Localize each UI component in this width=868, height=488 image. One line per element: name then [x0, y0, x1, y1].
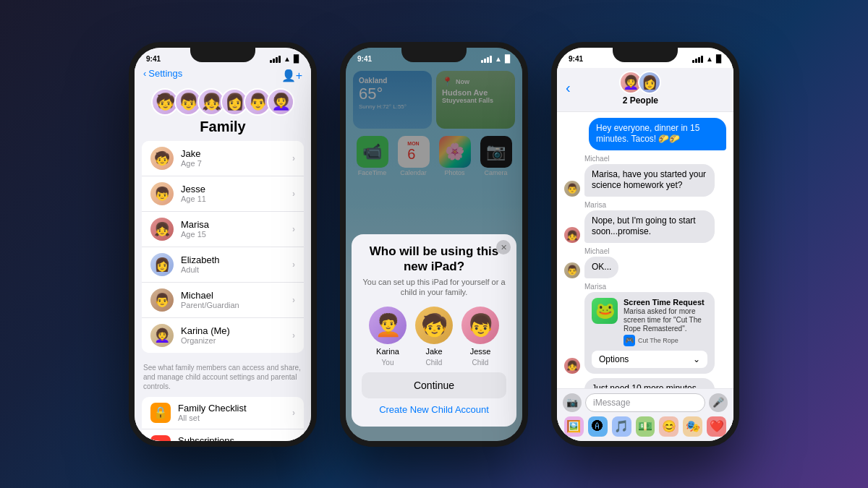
back-label: Settings [148, 68, 182, 79]
jake-modal-name: Jake [425, 347, 442, 356]
family-checklist-item[interactable]: 🔒 Family Checklist All set › [142, 397, 304, 429]
karina-chevron: › [292, 330, 295, 341]
messages-header: ‹ 👩‍🦱 👩 2 People [557, 68, 733, 112]
marisa-avatar-msg-2: 👧 [564, 358, 580, 374]
jake-modal-avatar: 🧒 [415, 307, 453, 344]
karina-role: Organizer [181, 336, 292, 345]
list-item-marisa[interactable]: 👧 Marisa Age 15 › [142, 212, 304, 247]
msg-bubble-michael-1: Marisa, have you started your science ho… [584, 164, 715, 197]
phone2-screen: 9:41 ▲ ▉ Oakland 65° Sunny H:72° L:55° [346, 48, 522, 441]
mic-icon[interactable]: 🎤 [709, 393, 728, 412]
jake-text: Jake Age 7 [181, 148, 292, 168]
subscriptions-text: Subscriptions 3 subscriptions [178, 435, 292, 441]
cut-rope-icon: 🎮 [624, 335, 635, 346]
modal-overlay: ✕ Who will be using this new iPad? You c… [346, 48, 522, 441]
drawer-photos-icon[interactable]: 🖼️ [564, 416, 584, 437]
back-chevron: ‹ [143, 68, 146, 79]
bottom-items-list: 🔒 Family Checklist All set › ♥ Subscript… [142, 397, 304, 441]
marisa-avatar-msg: 👧 [564, 227, 580, 243]
jesse-modal-role: Child [472, 359, 489, 367]
battery-icon: ▉ [294, 55, 299, 63]
karina-modal-name: Karina [376, 347, 399, 356]
msg-row-marisa-2: 👧 Just need 10 more minutes pleeeease 🙏🙏… [564, 378, 726, 388]
continue-button[interactable]: Continue [362, 372, 506, 398]
list-item-jake[interactable]: 🧒 Jake Age 7 › [142, 141, 304, 176]
battery-icon-3: ▉ [716, 55, 722, 63]
karina-text: Karina (Me) Organizer [181, 325, 292, 345]
subscriptions-item[interactable]: ♥ Subscriptions 3 subscriptions › [142, 429, 304, 441]
drawer-music-icon[interactable]: 🎵 [612, 416, 631, 437]
msg-row-michael-2: 👨 Michael OK... [564, 247, 726, 278]
modal-person-jesse[interactable]: 👦 Jesse Child [461, 307, 499, 367]
game-icon: 🐸 [592, 298, 618, 324]
drawer-animoji-icon[interactable]: 😊 [659, 416, 678, 437]
marisa-text: Marisa Age 15 [181, 219, 292, 239]
notch-3 [613, 48, 678, 62]
karina-modal-role: You [382, 359, 394, 367]
jesse-avatar: 👦 [150, 182, 174, 205]
jake-chevron: › [292, 153, 295, 163]
phone-family-settings: 9:41 ▲ ▉ ‹ Settings 👤+ [129, 42, 317, 447]
person-add-icon[interactable]: 👤+ [281, 69, 302, 82]
messages-back-button[interactable]: ‹ [566, 80, 571, 96]
drawer-sticker-icon[interactable]: 🎭 [683, 416, 702, 437]
michael-role: Parent/Guardian [181, 301, 292, 309]
drawer-apps-icon[interactable]: 🅐 [588, 416, 608, 437]
msg-row-screen-time: 👧 Marisa 🐸 Screen Time Request Marisa as… [564, 283, 726, 374]
status-icons-3: ▲ ▉ [692, 55, 722, 63]
michael-avatar-msg-2: 👨 [564, 262, 580, 278]
options-button[interactable]: Options ⌄ [592, 351, 707, 368]
modal-person-jake[interactable]: 🧒 Jake Child [415, 307, 453, 367]
list-item-karina[interactable]: 👩‍🦱 Karina (Me) Organizer › [142, 318, 304, 353]
marisa-sender-label-1: Marisa [584, 201, 715, 209]
family-members-list: 🧒 Jake Age 7 › 👦 Jesse Age 11 › 👧 Marisa [142, 141, 304, 353]
michael-text: Michael Parent/Guardian [181, 290, 292, 309]
ipad-setup-modal: ✕ Who will be using this new iPad? You c… [352, 234, 516, 426]
subscriptions-chevron: › [292, 440, 295, 441]
family-avatar-group: 🧒 👦 👧 👩 👨 👩‍🦱 [135, 88, 311, 116]
signal-icon [270, 56, 281, 63]
phone3-screen: 9:41 ▲ ▉ ‹ 👩‍🦱 👩 [557, 48, 733, 441]
status-time-3: 9:41 [569, 55, 583, 63]
jake-role: Age 7 [181, 159, 292, 168]
group-name: 2 People [623, 95, 658, 106]
jesse-role: Age 11 [181, 194, 292, 203]
jake-name: Jake [181, 148, 292, 159]
marisa-sender-label-2: Marisa [584, 283, 715, 291]
group-avatars: 👩‍🦱 👩 [619, 71, 661, 94]
marisa-avatar: 👧 [150, 218, 174, 241]
msg-bubble-group-michael-2: Michael OK... [584, 247, 618, 278]
modal-person-karina[interactable]: 🧑‍🦱 Karina You [369, 307, 407, 367]
messages-group-info: 👩‍🦱 👩 2 People [619, 71, 661, 106]
list-item-jesse[interactable]: 👦 Jesse Age 11 › [142, 176, 304, 212]
status-icons-1: ▲ ▉ [270, 55, 299, 63]
message-input[interactable]: iMessage [585, 393, 705, 412]
screen-time-card[interactable]: 🐸 Screen Time Request Marisa asked for m… [584, 292, 715, 374]
checklist-text: Family Checklist All set [178, 403, 292, 422]
list-item-michael[interactable]: 👨 Michael Parent/Guardian › [142, 283, 304, 318]
subscriptions-name: Subscriptions [178, 435, 292, 441]
family-note: See what family members can access and s… [135, 359, 311, 397]
notch [190, 48, 255, 62]
drawer-cash-icon[interactable]: 💵 [636, 416, 655, 437]
list-item-elizabeth[interactable]: 👩 Elizabeth Adult › [142, 247, 304, 283]
camera-input-icon[interactable]: 📷 [563, 393, 582, 412]
stc-app-row: 🎮 Cut The Rope [624, 335, 707, 346]
karina-avatar: 👩‍🦱 [150, 324, 174, 347]
messages-input-bar: 📷 iMessage 🎤 🖼️ 🅐 🎵 💵 😊 🎭 ❤️ [557, 388, 733, 441]
options-chevron: ⌄ [693, 354, 700, 364]
msg-bubble-group-marisa-1: Marisa Nope, but I'm going to start soon… [584, 201, 715, 243]
jesse-text: Jesse Age 11 [181, 184, 292, 203]
wifi-icon-3: ▲ [706, 55, 713, 63]
modal-close-button[interactable]: ✕ [496, 240, 511, 254]
elizabeth-text: Elizabeth Adult [181, 254, 292, 274]
msg-row-sent-1: Hey everyone, dinner in 15 minutes. Taco… [564, 118, 726, 150]
drawer-heart-icon[interactable]: ❤️ [707, 416, 726, 437]
checklist-name: Family Checklist [178, 403, 292, 414]
modal-people: 🧑‍🦱 Karina You 🧒 Jake Child 👦 Jesse Chil… [362, 307, 506, 367]
messages-body[interactable]: Hey everyone, dinner in 15 minutes. Taco… [557, 112, 733, 388]
notch-2 [401, 48, 467, 62]
create-child-link[interactable]: Create New Child Account [362, 404, 506, 415]
signal-icon-2 [481, 56, 492, 63]
msg-bubble-group-michael-1: Michael Marisa, have you started your sc… [584, 155, 715, 197]
